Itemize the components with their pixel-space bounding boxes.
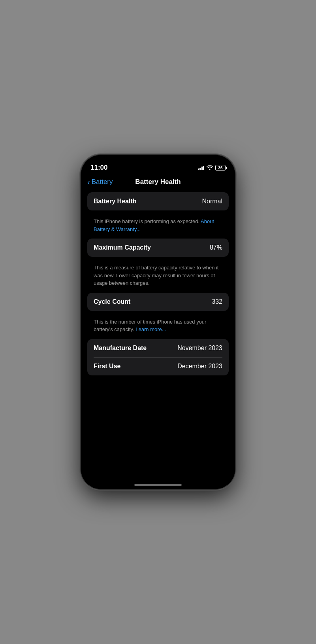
maximum-capacity-description: This is a measure of battery capacity re… [87, 260, 229, 293]
nav-bar: ‹ Battery Battery Health [81, 175, 235, 189]
battery-health-label: Battery Health [94, 198, 136, 205]
wifi-icon [207, 165, 213, 171]
battery-health-value: Normal [202, 198, 222, 205]
manufacture-date-label: Manufacture Date [94, 345, 147, 352]
home-indicator[interactable] [134, 484, 182, 486]
manufacture-date-row: Manufacture Date November 2023 [87, 339, 229, 357]
screen: 11:00 36 [81, 155, 235, 489]
learn-more-link[interactable]: Learn more... [135, 326, 166, 332]
manufacture-date-value: November 2023 [177, 345, 222, 352]
maximum-capacity-row: Maximum Capacity 87% [87, 239, 229, 257]
content-area: Battery Health Normal This iPhone batter… [81, 189, 235, 382]
cycle-count-value: 332 [212, 298, 222, 305]
chevron-left-icon: ‹ [87, 178, 90, 186]
phone-frame: 11:00 36 [81, 155, 235, 489]
battery-level-indicator: 36 [215, 165, 226, 170]
cycle-count-card: Cycle Count 332 [87, 293, 229, 311]
dates-card: Manufacture Date November 2023 First Use… [87, 339, 229, 376]
first-use-row: First Use December 2023 [87, 357, 229, 375]
maximum-capacity-value: 87% [210, 244, 222, 251]
cycle-count-description: This is the number of times iPhone has u… [87, 314, 229, 339]
first-use-value: December 2023 [177, 363, 222, 370]
signal-bars-icon [198, 166, 205, 170]
cycle-count-label: Cycle Count [94, 298, 130, 305]
maximum-capacity-card: Maximum Capacity 87% [87, 239, 229, 257]
maximum-capacity-label: Maximum Capacity [94, 244, 151, 251]
status-bar: 11:00 36 [81, 155, 235, 175]
first-use-label: First Use [94, 363, 120, 370]
status-icons: 36 [198, 165, 226, 171]
back-label: Battery [92, 178, 113, 186]
back-button[interactable]: ‹ Battery [87, 178, 113, 186]
cycle-count-row: Cycle Count 332 [87, 293, 229, 311]
battery-percentage: 36 [215, 165, 226, 170]
page-title: Battery Health [135, 178, 181, 186]
battery-health-description: This iPhone battery is performing as exp… [87, 214, 229, 239]
battery-health-card: Battery Health Normal [87, 192, 229, 210]
battery-health-row: Battery Health Normal [87, 192, 229, 210]
status-time: 11:00 [90, 164, 107, 172]
